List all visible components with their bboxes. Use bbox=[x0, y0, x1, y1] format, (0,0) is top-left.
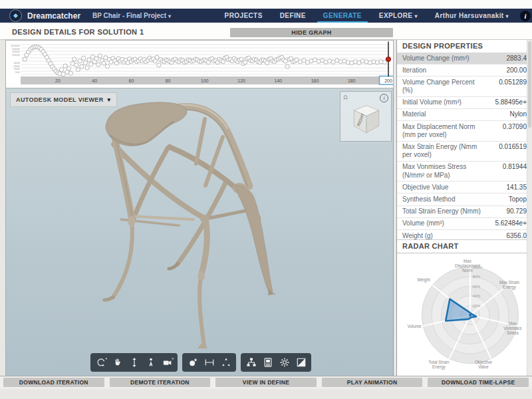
property-row[interactable]: Objective Value 141.35 bbox=[397, 182, 527, 194]
property-value: 0.016519 bbox=[499, 143, 527, 151]
property-label: Weight (g) bbox=[402, 232, 486, 240]
model-browser-icon bbox=[245, 356, 257, 368]
property-value: 6356.0 bbox=[506, 232, 527, 240]
model-viewer-dropdown[interactable]: AUTODESK MODEL VIEWER▾ bbox=[10, 92, 117, 107]
property-row[interactable]: Max Displacement Norm (mm per voxel) 0.3… bbox=[397, 121, 527, 141]
user-menu[interactable]: Arthur Harsuvanakit▾ bbox=[426, 9, 517, 23]
model-viewer[interactable]: AUTODESK MODEL VIEWER▾ ⌂ i RIGHT bbox=[5, 88, 394, 376]
iteration-scatter-chart[interactable]: 2040608010012014016018020010000050000200… bbox=[6, 41, 393, 88]
brand-title: Dreamcatcher bbox=[27, 11, 80, 21]
property-row[interactable]: Iteration 200.00 bbox=[397, 65, 527, 76]
nav-define[interactable]: DEFINE bbox=[271, 9, 315, 23]
svg-text:40: 40 bbox=[92, 78, 97, 83]
right-panel: DESIGN PROPERTIES Volume Change (mm³) 28… bbox=[396, 40, 532, 376]
project-menu[interactable]: BP Chair - Final Project▾ bbox=[92, 12, 171, 19]
viewcube[interactable]: RIGHT bbox=[346, 102, 386, 139]
property-value: 2883.4 bbox=[506, 55, 527, 63]
svg-text:20%: 20% bbox=[473, 304, 481, 308]
orbit-tool-button[interactable] bbox=[92, 354, 109, 370]
footer-button[interactable]: DOWNLOAD ITERATION bbox=[3, 378, 104, 387]
nav-generate[interactable]: GENERATE bbox=[315, 9, 370, 23]
footer-button[interactable]: DEMOTE ITERATION bbox=[110, 378, 211, 387]
first-person-tool-button[interactable] bbox=[142, 354, 159, 370]
property-row[interactable]: Synthesis Method Topop bbox=[397, 194, 527, 205]
camera-icon bbox=[162, 356, 174, 368]
radar-chart: MaxDisplacementNormMax StrainEnergyMaxVo… bbox=[398, 254, 531, 376]
property-row[interactable]: Volume Change Percent (%) 0.051289 bbox=[397, 76, 527, 96]
design-properties-table: Volume Change (mm³) 2883.4 Iteration 200… bbox=[397, 53, 527, 242]
render-tool-button[interactable] bbox=[184, 354, 201, 370]
camera-tool-button[interactable] bbox=[159, 354, 176, 370]
property-row[interactable]: Max Vonmises Stress (N/mm² or MPa) 0.819… bbox=[397, 162, 527, 182]
property-label: Max Displacement Norm (mm per voxel) bbox=[402, 123, 486, 139]
chevron-down-icon: ▾ bbox=[108, 96, 111, 103]
svg-text:180: 180 bbox=[348, 78, 356, 83]
property-label: Material bbox=[402, 110, 486, 118]
first-person-icon bbox=[145, 356, 157, 368]
settings-button[interactable] bbox=[276, 354, 293, 370]
property-label: Total Strain Energy (Nmm) bbox=[402, 207, 486, 215]
property-value: 0.81944 bbox=[503, 163, 527, 171]
property-row[interactable]: Volume (mm³) 5.62484e+ bbox=[397, 218, 527, 230]
radar-chart-title: RADAR CHART bbox=[397, 239, 527, 253]
property-label: Initial Volume (mm³) bbox=[402, 98, 486, 106]
scrollbar-thumb[interactable] bbox=[528, 41, 531, 128]
zoom-arrows-icon bbox=[128, 356, 140, 368]
property-label: Volume Change (mm³) bbox=[402, 55, 486, 63]
property-value: Topop bbox=[509, 196, 527, 203]
svg-text:60%: 60% bbox=[473, 285, 481, 289]
svg-text:80%: 80% bbox=[473, 275, 481, 279]
svg-text:Volume: Volume bbox=[407, 324, 422, 329]
panel-scrollbar[interactable] bbox=[527, 40, 532, 376]
chair-model[interactable] bbox=[6, 88, 394, 376]
property-row[interactable]: Total Strain Energy (Nmm) 90.729 bbox=[397, 206, 527, 218]
measure-tool-button[interactable] bbox=[201, 354, 217, 370]
info-icon[interactable]: i bbox=[520, 11, 531, 21]
svg-text:100%: 100% bbox=[473, 265, 483, 269]
svg-text:Weight: Weight bbox=[417, 277, 430, 283]
dreamcatcher-app-window: ◆ Dreamcatcher BP Chair - Final Project▾… bbox=[0, 0, 532, 399]
nav-projects[interactable]: PROJECTS bbox=[216, 9, 271, 23]
zoom-tool-button[interactable] bbox=[126, 354, 142, 370]
orbit-icon bbox=[95, 356, 107, 368]
fullscreen-button[interactable] bbox=[293, 354, 309, 370]
property-label: Volume Change Percent (%) bbox=[402, 78, 486, 94]
svg-text:40%: 40% bbox=[473, 294, 481, 298]
svg-text:ObjectiveValue: ObjectiveValue bbox=[475, 360, 493, 369]
property-row[interactable]: Initial Volume (mm³) 5.88495e+ bbox=[397, 97, 527, 109]
svg-text:20: 20 bbox=[55, 78, 61, 83]
footer-button[interactable]: PLAY ANIMATION bbox=[322, 378, 423, 387]
home-icon[interactable]: ⌂ bbox=[343, 92, 348, 100]
svg-text:140: 140 bbox=[274, 78, 282, 83]
svg-text:80: 80 bbox=[166, 78, 171, 83]
property-row[interactable]: Volume Change (mm³) 2883.4 bbox=[397, 53, 527, 65]
chevron-down-icon: ▾ bbox=[414, 13, 417, 19]
gear-icon bbox=[279, 356, 291, 368]
nav-explore[interactable]: EXPLORE▾ bbox=[370, 9, 426, 23]
properties-doc-icon bbox=[262, 356, 274, 368]
property-row[interactable]: Material Nylon bbox=[397, 109, 527, 121]
nav-menu: PROJECTS DEFINE GENERATE EXPLORE▾ Arthur… bbox=[216, 9, 532, 23]
footer-action-bar: DOWNLOAD ITERATION DEMOTE ITERATION VIEW… bbox=[0, 376, 532, 389]
pan-tool-button[interactable] bbox=[109, 354, 126, 370]
svg-text:Total StrainEnergy: Total StrainEnergy bbox=[428, 360, 450, 370]
viewer-toolbar bbox=[90, 353, 311, 372]
footer-button[interactable]: VIEW IN DEFINE bbox=[215, 378, 317, 387]
footer-button[interactable]: DOWNLOAD TIME-LAPSE bbox=[428, 378, 529, 387]
window-bottom-margin bbox=[0, 389, 532, 399]
explode-tool-button[interactable] bbox=[217, 354, 234, 370]
hide-graph-button[interactable]: HIDE GRAPH bbox=[230, 28, 393, 37]
model-browser-button[interactable] bbox=[243, 354, 259, 370]
settings-tools-group bbox=[241, 353, 311, 372]
svg-text:10000: 10000 bbox=[12, 53, 21, 57]
property-label: Volume (mm³) bbox=[402, 219, 486, 227]
property-value: 5.62484e+ bbox=[495, 219, 527, 227]
properties-button[interactable] bbox=[259, 354, 276, 370]
property-row[interactable]: Max Strain Energy (Nmm per voxel) 0.0165… bbox=[397, 142, 527, 162]
dreamcatcher-logo-icon: ◆ bbox=[9, 9, 22, 22]
property-value: 200.00 bbox=[506, 66, 527, 74]
page-title: DESIGN DETAILS FOR SOLUTION 1 bbox=[12, 28, 144, 36]
svg-text:120: 120 bbox=[237, 78, 245, 83]
window-top-margin bbox=[0, 0, 532, 9]
viewcube-panel: ⌂ i RIGHT bbox=[340, 91, 392, 142]
